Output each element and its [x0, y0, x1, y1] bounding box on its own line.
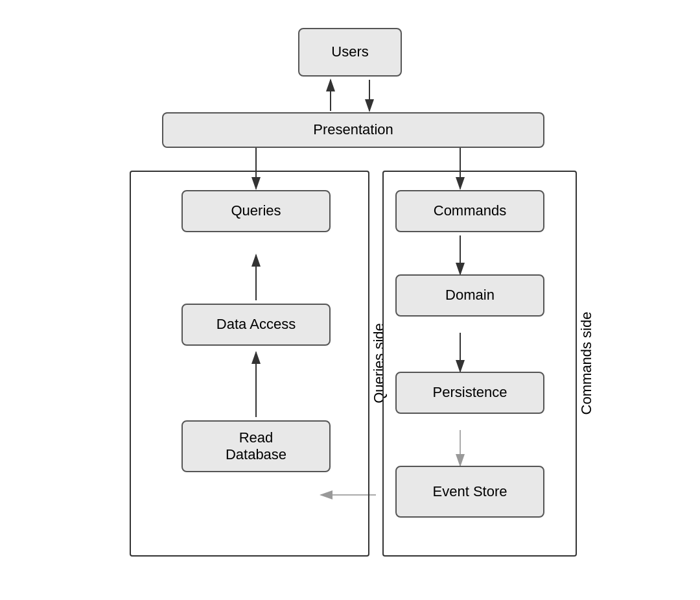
data-access-box: Data Access	[181, 304, 331, 346]
domain-label: Domain	[445, 287, 495, 304]
queries-box: Queries	[181, 190, 331, 232]
commands-label: Commands	[434, 202, 506, 219]
commands-side-label: Commands side	[578, 312, 595, 415]
persistence-box: Persistence	[395, 372, 544, 414]
presentation-label: Presentation	[313, 121, 393, 138]
read-database-box: Read Database	[181, 420, 331, 472]
event-store-label: Event Store	[433, 483, 508, 500]
persistence-label: Persistence	[433, 384, 508, 401]
domain-box: Domain	[395, 274, 544, 317]
users-label: Users	[331, 43, 368, 60]
event-store-box: Event Store	[395, 466, 544, 518]
commands-box: Commands	[395, 190, 544, 232]
queries-label: Queries	[231, 202, 281, 219]
presentation-box: Presentation	[162, 112, 544, 148]
architecture-diagram: Users Presentation Queries side Commands…	[97, 21, 603, 579]
data-access-label: Data Access	[216, 316, 296, 333]
read-database-label: Read Database	[226, 429, 286, 463]
users-box: Users	[298, 28, 402, 77]
